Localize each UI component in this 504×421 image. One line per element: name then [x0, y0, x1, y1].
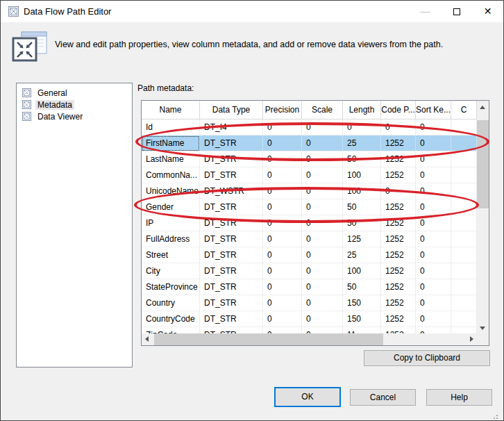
cell: 1252 — [381, 247, 416, 263]
cell — [451, 135, 477, 151]
cell: 0 — [263, 311, 302, 327]
table-row-unicodename[interactable]: UnicodeNameDT_WSTR0010000 — [142, 183, 477, 199]
horizontal-scrollbar-thumb[interactable] — [154, 333, 383, 345]
close-button[interactable]: ✕ — [472, 1, 503, 22]
cell: FirstName — [142, 135, 200, 151]
cell: 50 — [343, 279, 381, 295]
cell: 0 — [416, 167, 451, 183]
cell: 0 — [302, 167, 343, 183]
cell: Gender — [142, 199, 200, 215]
table-row-firstname[interactable]: FirstNameDT_STR002512520 — [142, 135, 477, 151]
cell: 0 — [302, 151, 343, 167]
cell: DT_STR — [200, 199, 263, 215]
cell: 0 — [416, 183, 451, 199]
path-metadata-label: Path metadata: — [137, 83, 194, 93]
cell: 0 — [416, 295, 451, 311]
table-row-city[interactable]: CityDT_STR0010012520 — [142, 263, 477, 279]
table-row-gender[interactable]: GenderDT_STR005012520 — [142, 199, 477, 215]
cell: 150 — [343, 295, 381, 311]
table-row-ip[interactable]: IPDT_STR005012520 — [142, 215, 477, 231]
cell: 1252 — [381, 199, 416, 215]
table-row-country[interactable]: CountryDT_STR0015012520 — [142, 295, 477, 311]
ok-button[interactable]: OK — [274, 387, 341, 407]
cell: 1252 — [381, 295, 416, 311]
scroll-left-icon[interactable] — [145, 336, 149, 342]
list-item-icon — [22, 100, 31, 109]
maximize-button[interactable] — [441, 1, 472, 22]
cell: 0 — [263, 167, 302, 183]
cell: 0 — [416, 151, 451, 167]
copy-to-clipboard-button[interactable]: Copy to Clipboard — [364, 350, 490, 366]
column-header-scale[interactable]: Scale — [302, 101, 343, 119]
help-button[interactable]: Help — [426, 389, 492, 406]
cell: 0 — [302, 199, 343, 215]
title-bar: Data Flow Path Editor — ✕ — [1, 1, 503, 22]
table-row-fulladdress[interactable]: FullAddressDT_STR0012512520 — [142, 231, 477, 247]
cell — [451, 279, 477, 295]
cell: 0 — [263, 295, 302, 311]
vertical-scrollbar-thumb[interactable] — [477, 120, 489, 208]
table-row-commonna[interactable]: CommonNa...DT_STR0010012520 — [142, 167, 477, 183]
column-header-data-type[interactable]: Data Type — [200, 101, 263, 119]
cell: 0 — [263, 151, 302, 167]
cell: DT_WSTR — [200, 183, 263, 199]
cell: 0 — [416, 279, 451, 295]
cell — [451, 263, 477, 279]
table-row-lastname[interactable]: LastNameDT_STR005012520 — [142, 151, 477, 167]
resize-grip-icon[interactable] — [496, 415, 498, 416]
scroll-up-icon[interactable] — [480, 106, 485, 109]
cell: 0 — [263, 247, 302, 263]
sidebar-item-general[interactable]: General — [17, 87, 132, 99]
table-header-row: NameData TypePrecisionScaleLengthCode P.… — [142, 101, 477, 119]
table-row-countrycode[interactable]: CountryCodeDT_STR0015012520 — [142, 311, 477, 327]
cell: 0 — [416, 135, 451, 151]
scroll-right-icon[interactable] — [470, 336, 473, 342]
cell: 0 — [302, 183, 343, 199]
column-header-precision[interactable]: Precision — [263, 101, 302, 119]
cell: 0 — [302, 279, 343, 295]
sidebar-item-data-viewer[interactable]: Data Viewer — [17, 110, 132, 122]
cell: DT_STR — [200, 135, 263, 151]
cell: 0 — [263, 279, 302, 295]
cancel-button[interactable]: Cancel — [350, 389, 416, 406]
table-row-stateprovince[interactable]: StateProvinceDT_STR005012520 — [142, 279, 477, 295]
cell: 100 — [343, 263, 381, 279]
cell: 0 — [416, 199, 451, 215]
cell: 1252 — [381, 263, 416, 279]
cell: Country — [142, 295, 200, 311]
window-title: Data Flow Path Editor — [24, 6, 111, 17]
cell: 0 — [263, 263, 302, 279]
vertical-scrollbar[interactable] — [477, 101, 489, 335]
sidebar-item-metadata[interactable]: Metadata — [17, 99, 132, 110]
cell: 0 — [416, 247, 451, 263]
table-row-id[interactable]: IdDT_I400000 — [142, 119, 477, 135]
cell: FullAddress — [142, 231, 200, 247]
cell — [451, 311, 477, 327]
column-header-c[interactable]: C — [451, 101, 477, 119]
cell: DT_STR — [200, 215, 263, 231]
column-header-name[interactable]: Name — [142, 101, 200, 119]
cell: 0 — [302, 231, 343, 247]
cell: 50 — [343, 199, 381, 215]
table-row-street[interactable]: StreetDT_STR002512520 — [142, 247, 477, 263]
cell: DT_STR — [200, 231, 263, 247]
cell: CountryCode — [142, 311, 200, 327]
cell: City — [142, 263, 200, 279]
column-header-sort-ke[interactable]: Sort Ke... — [416, 101, 451, 119]
cell: StateProvince — [142, 279, 200, 295]
cell: DT_STR — [200, 151, 263, 167]
horizontal-scrollbar[interactable] — [142, 333, 477, 345]
column-header-code-p[interactable]: Code P... — [381, 101, 416, 119]
cell: 1252 — [381, 279, 416, 295]
column-header-length[interactable]: Length — [343, 101, 381, 119]
cell: DT_STR — [200, 247, 263, 263]
scroll-down-icon[interactable] — [480, 327, 485, 330]
cell: 25 — [343, 135, 381, 151]
cell: 0 — [302, 295, 343, 311]
cell: 150 — [343, 311, 381, 327]
cell: 1252 — [381, 215, 416, 231]
cell: 0 — [302, 135, 343, 151]
cell: 0 — [263, 119, 302, 135]
scrollbar-corner — [477, 333, 489, 345]
metadata-table: NameData TypePrecisionScaleLengthCode P.… — [141, 100, 489, 346]
